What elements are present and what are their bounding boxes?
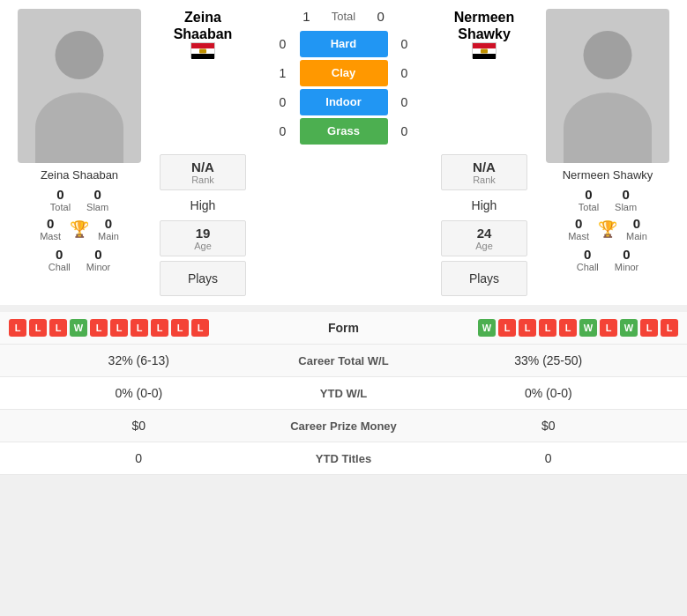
right-chall-value: 0 [584,247,591,262]
left-stats-bot: 0 Chall 0 Minor [49,247,111,272]
stat-row: 0% (0-0) YTD W/L 0% (0-0) [0,377,687,410]
right-rank-val: N/A [446,160,522,174]
stat-row: 0 YTD Titles 0 [0,442,687,475]
surface-score-left: 0 [273,37,293,51]
right-form-badges: WLLLLWLWLL [397,319,679,337]
right-stats-mid: 0 Mast 🏆 0 Main [568,216,647,241]
form-badge: L [191,319,209,337]
right-player-card: Nermeen Shawky 0 Total 0 Slam 0 Mast 🏆 [533,9,683,272]
right-slam-value: 0 [622,187,629,202]
right-main-label: Main [626,231,647,241]
flag-black [191,54,214,59]
left-stats-mid: 0 Mast 🏆 0 Main [40,216,119,241]
left-flag-eg [190,42,215,58]
surface-btn-grass[interactable]: Grass [300,118,388,145]
right-player-avatar [546,9,669,163]
stat-mid-label: Career Prize Money [265,419,423,433]
flag-eagle [199,49,206,54]
form-badge: L [539,319,556,337]
surface-score-right: 0 [395,37,414,51]
left-slam-stat: 0 Slam [86,187,108,212]
left-main-label: Main [98,231,119,241]
total-row: 1 Total 0 [302,9,385,24]
avatar-body [35,93,123,163]
left-trophy-icon: 🏆 [70,219,89,239]
form-label: Form [291,321,397,335]
left-player-avatar [18,9,141,163]
right-player-name: Nermeen Shawky [563,168,653,182]
surface-btn-indoor[interactable]: Indoor [300,89,388,115]
surface-score-right: 0 [395,66,414,80]
stat-left-val: 0% (0-0) [13,386,265,400]
left-plays-block: Plays [160,261,246,296]
form-badge: W [579,319,597,337]
left-name-line1: Zeina Shaaban [154,9,251,42]
right-total-value: 0 [585,187,592,202]
stat-left-val: 0 [13,451,265,465]
left-chall-stat: 0 Chall [49,247,71,272]
left-main-value: 0 [105,216,112,231]
surface-score-left: 0 [273,124,293,138]
form-badge: L [151,319,168,337]
surface-row-clay: 1 Clay 0 [273,60,414,86]
avatar-head-r [584,31,632,79]
player-comparison: Zeina Shaaban 0 Total 0 Slam 0 Mast 🏆 [0,0,687,305]
form-badge: L [559,319,577,337]
stat-mid-label: YTD W/L [265,387,423,400]
left-mast-value: 0 [47,216,54,231]
right-slam-stat: 0 Slam [615,187,637,212]
center-panel: Zeina Shaaban [154,9,533,296]
surface-scores: 1 Total 0 0 Hard 0 1 Clay 0 0 Indoor 0 0… [251,9,436,147]
form-badge: W [620,319,638,337]
stat-right-val: 33% (25-50) [423,353,675,367]
stat-right-val: 0 [423,451,675,465]
left-mast-stat: 0 Mast [40,216,61,241]
surface-rows: 0 Hard 0 1 Clay 0 0 Indoor 0 0 Grass 0 [273,31,414,147]
form-badge: W [478,319,496,337]
right-main-value: 0 [633,216,640,231]
right-age-val: 24 [446,226,522,241]
left-plays-lbl: Plays [188,271,218,286]
right-name-center: Nermeen Shawky [436,9,533,65]
total-label: Total [317,10,370,23]
form-badge: L [171,319,189,337]
surface-score-left: 1 [273,66,293,80]
left-age-val: 19 [165,226,241,241]
surface-score-left: 0 [273,95,293,109]
right-trophy-icon: 🏆 [598,219,617,239]
right-main-stat: 0 Main [626,216,647,241]
flag-eagle-r [481,49,488,54]
left-total-label: Total [50,202,71,212]
surface-row-hard: 0 Hard 0 [273,31,414,57]
form-badge: L [131,319,148,337]
left-name-center: Zeina Shaaban [154,9,251,65]
left-rank-val: N/A [165,160,241,174]
left-stats-top: 0 Total 0 Slam [50,187,108,212]
right-info-col: N/A Rank High 24 Age Plays [436,154,533,296]
stat-row: $0 Career Prize Money $0 [0,410,687,442]
surface-row-grass: 0 Grass 0 [273,118,414,145]
right-plays-lbl: Plays [469,271,499,286]
flag-black-r [473,54,496,59]
stat-left-val: 32% (6-13) [13,353,265,367]
stat-left-val: $0 [13,419,265,433]
right-slam-label: Slam [615,202,637,212]
left-flag [154,42,251,58]
surface-row-indoor: 0 Indoor 0 [273,89,414,115]
left-rank-block: N/A Rank [160,154,246,190]
form-badge: L [640,319,658,337]
right-age-lbl: Age [446,241,522,251]
right-total-stat: 0 Total [579,187,599,212]
left-total-stat: 0 Total [50,187,71,212]
right-rank-lbl: Rank [446,174,522,185]
surface-btn-hard[interactable]: Hard [300,31,388,57]
surface-score-right: 0 [395,95,414,109]
left-player-name: Zeina Shaaban [41,168,118,182]
surface-btn-clay[interactable]: Clay [300,60,388,86]
stat-mid-label: YTD Titles [265,452,423,465]
avatar-body-r [564,93,652,163]
right-minor-stat: 0 Minor [615,247,639,272]
left-chall-value: 0 [56,247,63,262]
form-badge: L [661,319,678,337]
right-rank-block: N/A Rank [441,154,527,190]
